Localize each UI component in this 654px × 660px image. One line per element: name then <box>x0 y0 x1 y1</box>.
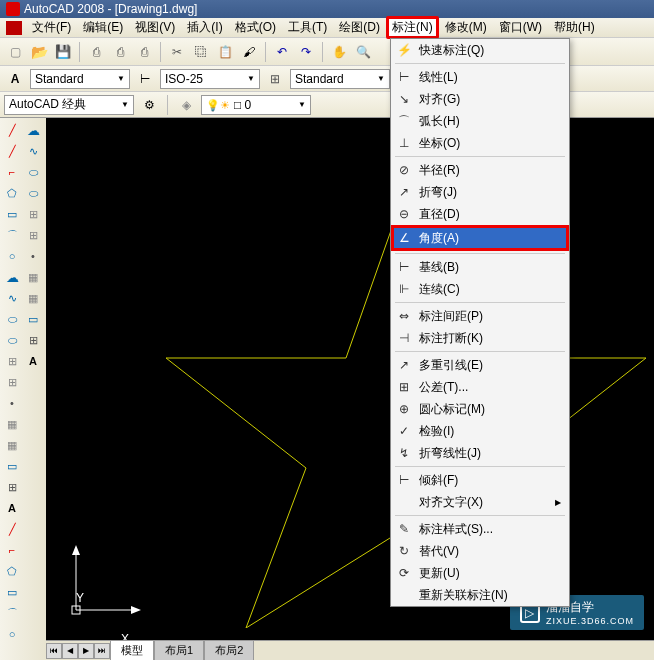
menu-edit[interactable]: 编辑(E) <box>77 17 129 38</box>
dim-radius[interactable]: ⊘半径(R) <box>391 159 569 181</box>
tab-layout1[interactable]: 布局1 <box>154 640 204 660</box>
menu-help[interactable]: 帮助(H) <box>548 17 601 38</box>
modify8-tool[interactable] <box>23 141 43 161</box>
layer-combo[interactable]: □ 0 ▼ <box>201 95 311 115</box>
print-button[interactable] <box>85 41 107 63</box>
modify11-tool[interactable] <box>23 204 43 224</box>
modify14-tool[interactable] <box>23 267 43 287</box>
modify12-tool[interactable] <box>23 225 43 245</box>
modify9-tool[interactable] <box>23 162 43 182</box>
dim-continue[interactable]: ⊩连续(C) <box>391 278 569 300</box>
modify18-tool[interactable] <box>23 351 43 371</box>
plot-preview-button[interactable] <box>109 41 131 63</box>
dim-override[interactable]: ↻替代(V) <box>391 540 569 562</box>
modify10-tool[interactable] <box>23 183 43 203</box>
tab-model[interactable]: 模型 <box>110 640 154 660</box>
menu-modify[interactable]: 修改(M) <box>439 17 493 38</box>
textstyle-icon[interactable] <box>4 68 26 90</box>
dim-break[interactable]: ⊣标注打断(K) <box>391 327 569 349</box>
match-props-button[interactable] <box>238 41 260 63</box>
gradient-tool[interactable] <box>2 435 22 455</box>
layer-props-button[interactable] <box>175 94 197 116</box>
pan-button[interactable] <box>328 41 350 63</box>
copy-button[interactable] <box>190 41 212 63</box>
modify15-tool[interactable] <box>23 288 43 308</box>
menu-dimension[interactable]: 标注(N) <box>386 16 439 39</box>
dim-jogged[interactable]: ↗折弯(J) <box>391 181 569 203</box>
dim-diameter[interactable]: ⊖直径(D) <box>391 203 569 225</box>
new-button[interactable] <box>4 41 26 63</box>
line-tool[interactable] <box>2 120 22 140</box>
tablestyle-combo[interactable]: Standard▼ <box>290 69 390 89</box>
menu-tools[interactable]: 工具(T) <box>282 17 333 38</box>
dim-ordinate[interactable]: ⊥坐标(O) <box>391 132 569 154</box>
tab-layout2[interactable]: 布局2 <box>204 640 254 660</box>
redo-button[interactable] <box>295 41 317 63</box>
modify2-tool[interactable] <box>2 540 22 560</box>
doc-icon[interactable] <box>6 21 22 35</box>
dim-joggedlinear[interactable]: ↯折弯线性(J) <box>391 442 569 464</box>
modify13-tool[interactable] <box>23 246 43 266</box>
textstyle-combo[interactable]: Standard▼ <box>30 69 130 89</box>
region-tool[interactable] <box>2 456 22 476</box>
polyline-tool[interactable] <box>2 162 22 182</box>
paste-button[interactable] <box>214 41 236 63</box>
dim-space[interactable]: ⇔标注间距(P) <box>391 305 569 327</box>
dim-linear[interactable]: ⊢线性(L) <box>391 66 569 88</box>
dim-style[interactable]: ✎标注样式(S)... <box>391 518 569 540</box>
modify16-tool[interactable] <box>23 309 43 329</box>
hatch-tool[interactable] <box>2 414 22 434</box>
modify1-tool[interactable] <box>2 519 22 539</box>
modify3-tool[interactable] <box>2 561 22 581</box>
dim-quick[interactable]: ⚡快速标注(Q) <box>391 39 569 61</box>
menu-draw[interactable]: 绘图(D) <box>333 17 386 38</box>
cut-button[interactable] <box>166 41 188 63</box>
arc-tool[interactable] <box>2 225 22 245</box>
workspace-combo[interactable]: AutoCAD 经典▼ <box>4 95 134 115</box>
dim-mleader[interactable]: ↗多重引线(E) <box>391 354 569 376</box>
mtext-tool[interactable] <box>2 498 22 518</box>
workspace-settings-button[interactable]: ⚙ <box>138 94 160 116</box>
tablestyle-icon[interactable] <box>264 68 286 90</box>
menu-file[interactable]: 文件(F) <box>26 17 77 38</box>
dim-aligntext[interactable]: 对齐文字(X)▶ <box>391 491 569 513</box>
open-button[interactable] <box>28 41 50 63</box>
rectangle-tool[interactable] <box>2 204 22 224</box>
spline-tool[interactable] <box>2 288 22 308</box>
polygon-tool[interactable] <box>2 183 22 203</box>
ellipse-arc-tool[interactable] <box>2 330 22 350</box>
zoom-button[interactable] <box>352 41 374 63</box>
tab-next-button[interactable]: ▶ <box>78 643 94 659</box>
dim-arc[interactable]: ⌒弧长(H) <box>391 110 569 132</box>
save-button[interactable] <box>52 41 74 63</box>
dim-inspect[interactable]: ✓检验(I) <box>391 420 569 442</box>
menu-view[interactable]: 视图(V) <box>129 17 181 38</box>
dim-baseline[interactable]: ⊢基线(B) <box>391 256 569 278</box>
dim-aligned[interactable]: ↘对齐(G) <box>391 88 569 110</box>
table-tool[interactable] <box>2 477 22 497</box>
publish-button[interactable] <box>133 41 155 63</box>
dim-angular[interactable]: ∠角度(A) <box>391 225 569 251</box>
undo-button[interactable] <box>271 41 293 63</box>
tab-prev-button[interactable]: ◀ <box>62 643 78 659</box>
menu-format[interactable]: 格式(O) <box>229 17 282 38</box>
tab-last-button[interactable]: ⏭ <box>94 643 110 659</box>
circle-tool[interactable] <box>2 246 22 266</box>
revcloud-tool[interactable] <box>2 267 22 287</box>
dimstyle-combo[interactable]: ISO-25▼ <box>160 69 260 89</box>
insert-block-tool[interactable] <box>2 351 22 371</box>
modify5-tool[interactable] <box>2 603 22 623</box>
menu-insert[interactable]: 插入(I) <box>181 17 228 38</box>
dim-tolerance[interactable]: ⊞公差(T)... <box>391 376 569 398</box>
menu-window[interactable]: 窗口(W) <box>493 17 548 38</box>
ellipse-tool[interactable] <box>2 309 22 329</box>
tab-first-button[interactable]: ⏮ <box>46 643 62 659</box>
modify4-tool[interactable] <box>2 582 22 602</box>
dim-oblique[interactable]: ⊢倾斜(F) <box>391 469 569 491</box>
dim-center[interactable]: ⊕圆心标记(M) <box>391 398 569 420</box>
modify7-tool[interactable] <box>23 120 43 140</box>
modify17-tool[interactable] <box>23 330 43 350</box>
make-block-tool[interactable] <box>2 372 22 392</box>
modify6-tool[interactable] <box>2 624 22 644</box>
dim-reassociate[interactable]: 重新关联标注(N) <box>391 584 569 606</box>
